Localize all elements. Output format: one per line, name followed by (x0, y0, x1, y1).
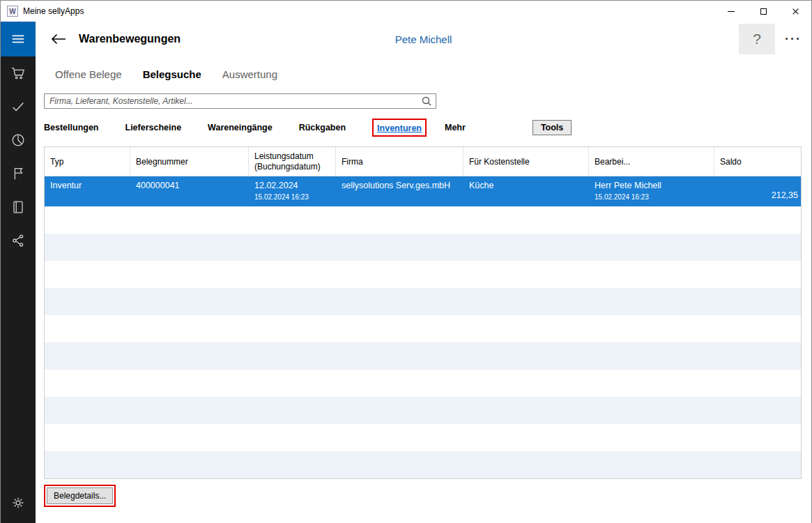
header-actions: ? ··· (739, 24, 811, 54)
title-bar: W Meine sellyApps (1, 1, 811, 22)
search-icon[interactable] (422, 96, 431, 109)
more-button[interactable]: ··· (775, 24, 811, 54)
minimize-button[interactable] (715, 1, 747, 22)
sidebar-item-cart[interactable] (1, 56, 36, 90)
table-row-empty (45, 342, 801, 370)
share-icon (10, 233, 26, 248)
filter-mehr[interactable]: Mehr (445, 123, 466, 132)
filter-wareneingaenge[interactable]: Wareneingänge (208, 123, 273, 132)
tab-belegsuche[interactable]: Belegsuche (143, 68, 201, 80)
page-title: Warenbewegungen (79, 33, 181, 45)
column-header-belegnummer[interactable]: Belegnummer (130, 147, 249, 176)
sidebar (1, 22, 36, 523)
back-button[interactable] (51, 33, 66, 45)
app-window: W Meine sellyApps (0, 0, 812, 523)
tab-auswertung[interactable]: Auswertung (222, 68, 277, 80)
app-logo-icon: W (7, 6, 18, 17)
page-header: Warenbewegungen Pete Michell ? ··· (36, 22, 811, 56)
flag-icon (10, 166, 26, 181)
annotation-highlight-inventuren: Inventuren (372, 119, 427, 137)
table-row-empty (45, 234, 801, 261)
table-header-row: Typ Belegnummer Leistungsdatum (Buchungs… (45, 147, 801, 176)
cart-icon (10, 66, 26, 81)
main-content: Warenbewegungen Pete Michell ? ··· Offen… (36, 22, 811, 523)
table-row-empty (45, 315, 801, 342)
table-row-empty (45, 424, 801, 451)
tools-button[interactable]: Tools (533, 120, 572, 135)
table-row-empty (45, 206, 801, 234)
menu-icon (10, 31, 26, 47)
cell-firma: sellysolutions Serv.ges.mbH (336, 176, 464, 206)
column-header-saldo[interactable]: Saldo (714, 147, 802, 176)
filter-bestellungen[interactable]: Bestellungen (44, 123, 99, 132)
check-icon (10, 99, 26, 114)
sidebar-item-settings[interactable] (1, 486, 36, 520)
settings-gear-icon (10, 495, 26, 510)
table-row-empty (45, 451, 801, 478)
filter-rueckgaben[interactable]: Rückgaben (299, 123, 346, 132)
arrow-left-icon (51, 33, 66, 45)
filter-bar: Bestellungen Lieferscheine Wareneingänge… (44, 119, 811, 137)
table-row-empty (45, 397, 801, 424)
search-bar (44, 93, 436, 109)
column-header-kostenstelle[interactable]: Für Kostenstelle (464, 147, 589, 176)
filter-inventuren[interactable]: Inventuren (377, 123, 422, 133)
cell-saldo: 212,35 (714, 176, 802, 206)
table-row-empty (45, 261, 801, 288)
column-header-typ[interactable]: Typ (45, 147, 130, 176)
close-button[interactable] (779, 1, 811, 22)
sidebar-item-promotions[interactable] (1, 157, 36, 190)
maximize-icon (760, 8, 767, 15)
cell-typ: Inventur (45, 176, 130, 206)
table-row-empty (45, 288, 801, 315)
sidebar-item-journal[interactable] (1, 190, 36, 224)
cell-bearbeitet-am: 15.02.2024 16:23 (595, 193, 714, 201)
column-header-bearbeiter[interactable]: Bearbei... (589, 147, 714, 176)
documents-table: Typ Belegnummer Leistungsdatum (Buchungs… (44, 146, 802, 479)
belegdetails-button[interactable]: Belegdetails... (47, 487, 113, 504)
table-footer: Belegdetails... (44, 485, 811, 507)
cell-kostenstelle: Küche (464, 176, 589, 206)
help-button[interactable]: ? (739, 24, 775, 54)
table-row-inventur[interactable]: Inventur 400000041 12.02.2024 15.02.2024… (45, 176, 801, 206)
window-controls (715, 1, 811, 22)
column-header-leistungsdatum[interactable]: Leistungsdatum (Buchungsdatum) (249, 147, 336, 176)
cell-buchungsdatum: 15.02.2024 16:23 (254, 193, 336, 201)
cell-bearbeiter: Herr Pete Michell 15.02.2024 16:23 (589, 176, 714, 206)
minimize-icon (728, 11, 735, 12)
window-title: Meine sellyApps (23, 6, 84, 16)
sidebar-item-share[interactable] (1, 224, 36, 257)
cell-belegnummer: 400000041 (130, 176, 249, 206)
close-icon (792, 8, 799, 15)
filter-lieferscheine[interactable]: Lieferscheine (125, 123, 182, 132)
pie-chart-icon (10, 132, 26, 148)
journal-icon (10, 199, 26, 215)
hamburger-menu-button[interactable] (1, 22, 36, 56)
tab-bar: Offene Belege Belegsuche Auswertung (55, 63, 811, 84)
annotation-highlight-belegdetails: Belegdetails... (44, 485, 116, 507)
search-input[interactable] (44, 93, 436, 109)
cell-leistungsdatum: 12.02.2024 15.02.2024 16:23 (249, 176, 336, 206)
tab-offene-belege[interactable]: Offene Belege (55, 68, 122, 80)
table-row-empty (45, 370, 801, 397)
sidebar-item-tasks[interactable] (1, 90, 36, 123)
column-header-firma[interactable]: Firma (336, 147, 464, 176)
app-body: Warenbewegungen Pete Michell ? ··· Offen… (1, 22, 811, 523)
sidebar-item-reports[interactable] (1, 123, 36, 157)
maximize-button[interactable] (747, 1, 779, 22)
